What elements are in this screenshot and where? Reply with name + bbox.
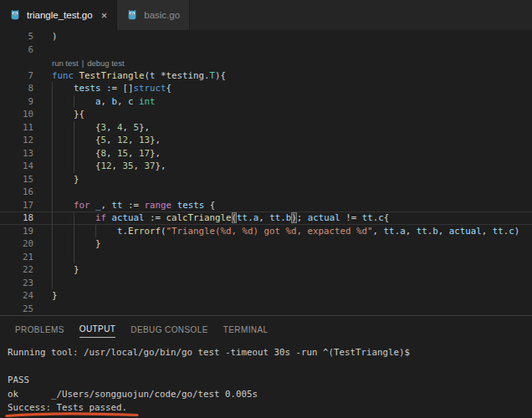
code-text: for _, tt := range tests {: [52, 199, 215, 212]
code-text: }: [52, 263, 79, 277]
code-text: }: [52, 173, 79, 186]
line-number[interactable]: 8: [0, 82, 33, 95]
code-line-5[interactable]: 5): [0, 30, 532, 43]
code-line-23[interactable]: 23: [0, 277, 532, 290]
codelens-separator: |: [79, 59, 87, 68]
line-number[interactable]: 10: [0, 108, 33, 121]
code-line-10[interactable]: 10 }{: [0, 108, 532, 121]
tab-label: basic.go: [144, 10, 180, 20]
code-line-12[interactable]: 12 {5, 12, 13},: [0, 134, 532, 147]
line-number[interactable]: 20: [0, 237, 33, 251]
panel-tab-output[interactable]: OUTPUT: [79, 321, 116, 338]
output-area[interactable]: Running tool: /usr/local/go/bin/go test …: [8, 346, 532, 418]
output-line: [8, 360, 532, 375]
panel-tab-debug-console[interactable]: DEBUG CONSOLE: [130, 322, 207, 338]
code-text: tests := []struct{: [52, 82, 171, 95]
code-text: }: [52, 289, 58, 303]
indent-guide: [52, 251, 53, 264]
panel-tab-problems[interactable]: PROBLEMS: [15, 322, 64, 338]
code-line-18[interactable]: 18 if actual := calcTriangle(tt.a, tt.b)…: [0, 212, 532, 225]
line-number[interactable]: 7: [0, 69, 33, 83]
code-text: a, b, c int: [52, 95, 156, 109]
tab-triangle-test-go[interactable]: triangle_test.go ×: [0, 0, 117, 30]
editor-tab-bar: triangle_test.go × basic.go: [0, 0, 532, 30]
go-file-icon: [9, 9, 21, 21]
line-number[interactable]: 22: [0, 263, 33, 277]
code-line-24[interactable]: 24}: [0, 289, 532, 303]
line-number[interactable]: 5: [0, 30, 33, 43]
codelens-debug-test[interactable]: debug test: [87, 59, 124, 68]
code-text: {12, 35, 37},: [52, 160, 166, 173]
go-file-icon: [126, 9, 138, 21]
code-text: {3, 4, 5},: [52, 121, 150, 135]
code-line-20[interactable]: 20 }: [0, 237, 532, 251]
line-number[interactable]: 13: [0, 147, 33, 161]
indent-guide: [52, 277, 53, 290]
code-text: t.Errorf("Triangle(%d, %d) got %d, expac…: [52, 225, 519, 238]
line-number[interactable]: 25: [0, 303, 33, 316]
code-line-6[interactable]: 6: [0, 43, 532, 57]
code-line-21[interactable]: 21: [0, 251, 532, 264]
code-line-14[interactable]: 14 {12, 35, 37},: [0, 160, 532, 173]
line-number[interactable]: 12: [0, 134, 33, 147]
tab-label: triangle_test.go: [27, 10, 93, 20]
line-number[interactable]: 6: [0, 43, 33, 57]
code-text: {5, 12, 13},: [52, 134, 161, 147]
indent-guide: [74, 251, 74, 264]
line-number[interactable]: 16: [0, 186, 33, 199]
line-number[interactable]: 19: [0, 225, 33, 238]
output-line: ok _/Users/songguojun/code/go/test 0.005…: [8, 388, 532, 402]
code-text: }{: [52, 108, 84, 121]
line-number[interactable]: 14: [0, 160, 33, 173]
code-line-17[interactable]: 17 for _, tt := range tests {: [0, 199, 532, 212]
code-line-11[interactable]: 11 {3, 4, 5},: [0, 121, 532, 135]
line-number[interactable]: 11: [0, 121, 33, 135]
codelens-run-test[interactable]: run test: [52, 59, 79, 68]
code-line-8[interactable]: 8 tests := []struct{: [0, 82, 532, 95]
bottom-panel: PROBLEMS OUTPUT DEBUG CONSOLE TERMINAL R…: [0, 315, 532, 418]
code-text: func TestTriangle(t *testing.T){: [52, 69, 226, 83]
code-line-16[interactable]: 16: [0, 186, 532, 199]
code-editor[interactable]: 5)6run test|debug test7func TestTriangle…: [0, 30, 532, 315]
output-line: PASS: [8, 374, 532, 388]
code-line-7[interactable]: 7func TestTriangle(t *testing.T){: [0, 69, 532, 83]
line-number[interactable]: 21: [0, 251, 33, 264]
line-number[interactable]: 9: [0, 95, 33, 109]
line-number[interactable]: 24: [0, 289, 33, 303]
tab-basic-go[interactable]: basic.go: [117, 0, 190, 30]
code-text: {8, 15, 17},: [52, 147, 161, 161]
line-number[interactable]: 23: [0, 277, 33, 290]
code-line-13[interactable]: 13 {8, 15, 17},: [0, 147, 532, 161]
code-line-25[interactable]: 25: [0, 303, 532, 316]
tab-close-icon[interactable]: ×: [101, 10, 108, 21]
code-line-15[interactable]: 15 }: [0, 173, 532, 186]
line-number[interactable]: 18: [0, 212, 33, 225]
code-text: }: [52, 237, 101, 251]
output-line: Success: Tests passed.: [8, 401, 532, 415]
panel-tab-bar: PROBLEMS OUTPUT DEBUG CONSOLE TERMINAL: [0, 316, 532, 343]
code-text: if actual := calcTriangle(tt.a, tt.b); a…: [52, 212, 389, 225]
indent-guide: [52, 186, 53, 199]
codelens-row: run test|debug test: [0, 56, 532, 69]
output-line: Running tool: /usr/local/go/bin/go test …: [8, 346, 532, 360]
code-text: ): [52, 30, 58, 43]
code-line-19[interactable]: 19 t.Errorf("Triangle(%d, %d) got %d, ex…: [0, 225, 532, 238]
code-line-9[interactable]: 9 a, b, c int: [0, 95, 532, 109]
line-number[interactable]: 15: [0, 173, 33, 186]
panel-tab-terminal[interactable]: TERMINAL: [223, 322, 269, 338]
line-number[interactable]: 17: [0, 199, 33, 212]
code-line-22[interactable]: 22 }: [0, 263, 532, 277]
